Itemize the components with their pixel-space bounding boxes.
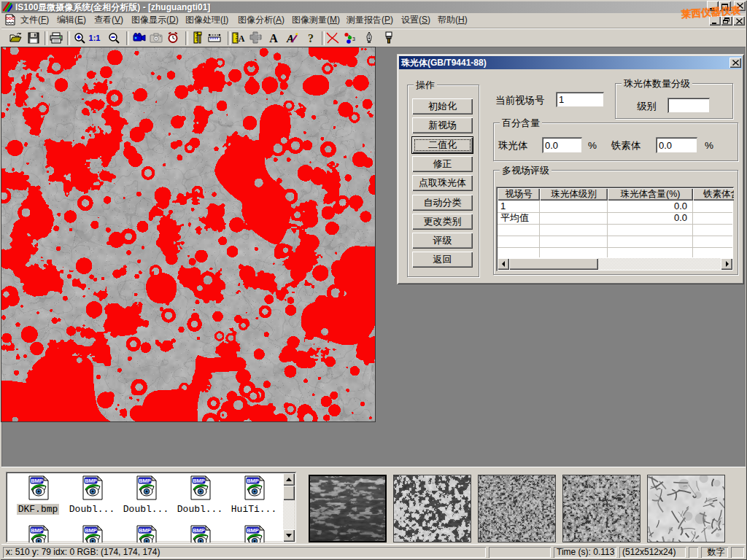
- camera-button[interactable]: [149, 31, 163, 46]
- op-button-1[interactable]: 初始化: [412, 98, 473, 114]
- dialog-close-button[interactable]: [729, 58, 741, 68]
- thumbnail-canvas: [310, 476, 385, 541]
- filelist-scroll-thumb[interactable]: [283, 486, 295, 500]
- thumbnail-coarse-speckle[interactable]: [562, 475, 640, 542]
- dialog-title-bar[interactable]: 珠光体(GB/T9441-88): [399, 56, 742, 69]
- caliper-button[interactable]: [190, 31, 205, 46]
- help-button[interactable]: ?: [303, 31, 318, 46]
- save-icon: [28, 32, 39, 46]
- thumbnail-light-flakes[interactable]: [647, 475, 725, 542]
- caliper-icon: [193, 31, 203, 46]
- menu-item-1[interactable]: 文件(F): [20, 13, 49, 27]
- thumbnail-banded-dark[interactable]: [309, 475, 387, 542]
- curve-button[interactable]: [325, 31, 340, 46]
- menu-item-9[interactable]: 设置(S): [401, 13, 430, 27]
- op-button-3[interactable]: 二值化: [412, 137, 473, 153]
- table-header-1[interactable]: 视场号: [498, 188, 540, 201]
- op-button-4[interactable]: 修正: [412, 156, 473, 172]
- bmp-file-icon: BMP: [228, 524, 280, 542]
- svg-text:?: ?: [308, 32, 314, 44]
- zoom-out-button[interactable]: [107, 31, 121, 46]
- filelist-scroll-down-button[interactable]: [283, 529, 295, 542]
- file-item-5[interactable]: BMPHuiTi...: [228, 475, 280, 515]
- multifield-table[interactable]: 视场号珠光体级别珠光体含量(%)铁素体含量(%)10.0平均值0.0: [496, 187, 734, 271]
- table-header-3[interactable]: 珠光体含量(%): [608, 188, 693, 201]
- pen-button[interactable]: [362, 31, 376, 46]
- menu-item-10[interactable]: 帮助(H): [438, 13, 468, 27]
- file-item-2[interactable]: BMPDoubl...: [66, 475, 118, 515]
- ruler-icon: [208, 34, 221, 44]
- table-header-2[interactable]: 珠光体级别: [540, 188, 608, 201]
- menu-item-8[interactable]: 测量报告(P): [347, 13, 393, 27]
- open-icon: [9, 32, 23, 46]
- bottom-panel: BMPDKF.bmpBMPDoubl...BMPDoubl...BMPDoubl…: [1, 467, 746, 544]
- cross-button[interactable]: [248, 31, 263, 46]
- file-item-1[interactable]: BMPDKF.bmp: [12, 475, 64, 515]
- menu-item-4[interactable]: 图像显示(D): [131, 13, 179, 27]
- annotate-button[interactable]: A: [285, 31, 299, 46]
- bmp-file-icon: BMP: [174, 475, 226, 503]
- op-button-2[interactable]: 新视场: [412, 117, 473, 133]
- count-button[interactable]: 13: [343, 31, 357, 46]
- file-item-4[interactable]: BMPDoubl...: [174, 475, 226, 515]
- toolbar: 1:1AAA?13: [1, 28, 746, 47]
- status-position: x: 510 y: 79 idx: 0 RGB: (174, 174, 174): [3, 547, 486, 558]
- save-button[interactable]: [26, 31, 41, 46]
- zoom-in-button[interactable]: [72, 31, 87, 46]
- document-icon[interactable]: DOC: [4, 14, 16, 28]
- print-button[interactable]: [49, 31, 63, 46]
- file-item-3[interactable]: BMPDoubl...: [120, 475, 172, 515]
- ferrite-percent-sign: %: [705, 140, 713, 151]
- grade-input[interactable]: [667, 98, 710, 113]
- op-button-9[interactable]: 返回: [412, 252, 473, 268]
- menu-item-7[interactable]: 图像测量(M): [292, 13, 340, 27]
- table-hscroll-right-button[interactable]: [721, 258, 732, 270]
- menu-item-3[interactable]: 查看(V): [94, 13, 123, 27]
- op-button-8[interactable]: 评级: [412, 233, 473, 249]
- ruler-button[interactable]: [207, 31, 222, 46]
- op-button-7[interactable]: 更改类别: [412, 214, 473, 230]
- file-name: Doubl...: [176, 504, 224, 515]
- measure-text-button[interactable]: A: [231, 31, 246, 46]
- brush-icon: [384, 31, 393, 46]
- filelist-scroll-up-button[interactable]: [283, 473, 295, 486]
- video-camera-button[interactable]: [132, 31, 147, 46]
- file-item-row2-1[interactable]: BMP: [12, 524, 64, 542]
- metallograph-image[interactable]: [1, 47, 376, 422]
- bmp-file-icon: BMP: [120, 524, 172, 542]
- menu-item-5[interactable]: 图像处理(I): [185, 13, 228, 27]
- one-to-one-button[interactable]: 1:1: [87, 31, 101, 46]
- clock-button[interactable]: [166, 31, 180, 46]
- op-button-5[interactable]: 点取珠光体: [412, 175, 473, 191]
- file-item-row2-2[interactable]: BMP: [66, 524, 118, 542]
- font-icon: A: [268, 32, 279, 46]
- file-item-row2-5[interactable]: BMP: [228, 524, 280, 542]
- metallograph-canvas: [1, 47, 375, 421]
- pearlite-dialog: 珠光体(GB/T9441-88) 操作 初始化新视场二值化修正点取珠光体自动分类…: [397, 54, 744, 284]
- svg-text:BMP: BMP: [193, 478, 205, 484]
- file-list[interactable]: BMPDKF.bmpBMPDoubl...BMPDoubl...BMPDoubl…: [6, 472, 296, 542]
- status-mode: 数字: [701, 547, 728, 558]
- menu-item-2[interactable]: 编辑(E): [57, 13, 86, 27]
- menu-item-6[interactable]: 图像分析(A): [238, 13, 285, 27]
- table-cell-r1c1: 1: [500, 201, 506, 212]
- file-item-row2-4[interactable]: BMP: [174, 524, 226, 542]
- file-item-row2-3[interactable]: BMP: [120, 524, 172, 542]
- help-icon: ?: [306, 32, 316, 46]
- open-button[interactable]: [9, 31, 23, 46]
- ferrite-input[interactable]: 0.0: [656, 137, 697, 153]
- current-field-input[interactable]: 1: [556, 92, 604, 107]
- toolbar-separator: [228, 31, 231, 45]
- pearlite-input[interactable]: 0.0: [542, 137, 582, 153]
- table-hscroll-left-button[interactable]: [498, 258, 509, 270]
- table-hscroll-thumb[interactable]: [509, 258, 598, 270]
- bmp-file-icon: BMP: [228, 475, 280, 503]
- thumbnail-blobs-contrast[interactable]: [393, 475, 471, 542]
- brush-button[interactable]: [382, 31, 396, 46]
- svg-text:3: 3: [352, 36, 355, 42]
- font-button[interactable]: A: [266, 31, 281, 46]
- op-button-6[interactable]: 自动分类: [412, 195, 473, 211]
- table-header-4[interactable]: 铁素体含量(%): [693, 188, 734, 201]
- thumbnail-fine-speckle[interactable]: [478, 475, 556, 542]
- table-cell-r2c1: 平均值: [500, 212, 529, 224]
